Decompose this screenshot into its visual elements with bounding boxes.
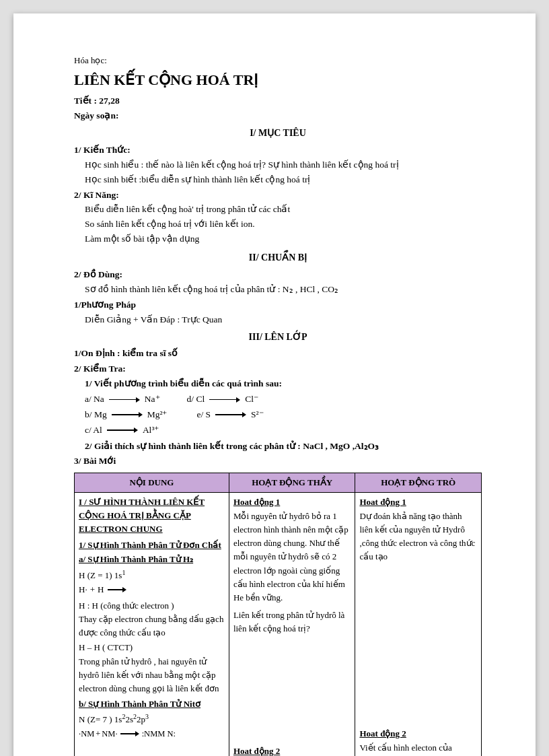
len-lop-heading: III/ LÊN LỚP: [74, 330, 482, 345]
student-hoat-dong-2: Hoat động 2: [359, 727, 477, 741]
content-n-config: N (Z= 7 ) 1s22s22p3: [79, 712, 225, 726]
d-cl: d/ Cl: [187, 392, 205, 407]
chem-row-ad: a/ Na Na⁺ d/ Cl Cl⁻: [85, 392, 482, 407]
content-trong-phan-tu: Trong phân tử hydrô , hai nguyên tử hydr…: [79, 655, 225, 695]
arrow-b: [112, 411, 143, 418]
chem-b: b/ Mg Mg²⁺: [85, 408, 167, 422]
student-hoat-dong-1: Hoat động 1: [359, 495, 477, 509]
kien-thuc-label: 1/ Kiến Thức:: [74, 143, 482, 158]
n-product: :NMM N:: [142, 728, 176, 741]
table-header-teacher: HOẠT ĐỘNG THẦY: [229, 473, 355, 492]
content-main-title: I / SƯ HÌNH THÀNH LIÊN KẾT CỘNG HOÁ TRỊ …: [79, 495, 225, 536]
table-header-student: HOẠT ĐỘNG TRÒ: [355, 473, 482, 492]
teacher-text-2: Liên kết trong phân tử hydrô là liên kết…: [233, 609, 351, 635]
arrow-a: [109, 397, 140, 403]
kien-thuc-2: Học sinh biết :biểu diễn sự hình thành l…: [85, 173, 482, 187]
chem-c: c/ Al Al³⁺: [85, 423, 482, 438]
content-sub-title2: a/ Sự Hình Thành Phân Tử H₂: [79, 553, 225, 566]
h-dot2: H: [98, 583, 104, 596]
arrow-d: [209, 397, 240, 403]
page: Hóa học: LIÊN KẾT CỘNG HOÁ TRỊ Tiết : 27…: [13, 13, 536, 756]
content-thay-cap: Thay cặp electron chung bằng dấu gạch đư…: [79, 613, 225, 640]
content-n-reaction: ·NM + NM· :NMM N:: [79, 728, 225, 741]
arrow-e: [215, 411, 246, 418]
c-al2: Al³⁺: [143, 423, 159, 438]
kien-thuc-1: Học sinh hiểu : thế nào là liên kết cộng…: [85, 158, 482, 172]
ki-nang-3: Làm một số bài tập vận dụng: [85, 232, 482, 246]
teacher-hoat-dong-1: Hoat động 1: [233, 495, 351, 509]
content-h-reaction: H· + H H : H (công thức electron ): [79, 583, 225, 613]
h-formula: H : H (công thức electron ): [79, 599, 174, 613]
page-title: LIÊN KẾT CỘNG HOÁ TRỊ: [74, 69, 482, 92]
content-nito-title: b/ Sự Hình Thành Phân Tử Nitơ: [79, 697, 225, 711]
b-mg2: Mg²⁺: [147, 408, 168, 422]
ki-nang-label: 2/ Kĩ Năng:: [74, 188, 482, 203]
content-h-h: H – H ( CTCT): [79, 641, 225, 654]
phuong-phap-label: 1/Phương Pháp: [74, 298, 482, 312]
ngay-label: Ngày soạn:: [74, 109, 482, 123]
table-header-content: NỘI DUNG: [75, 473, 229, 492]
chem-d: d/ Cl Cl⁻: [187, 392, 258, 407]
h-dot1: H·: [79, 583, 87, 596]
a-na2: Na⁺: [145, 392, 160, 407]
e-s2: S²⁻: [251, 408, 264, 422]
n-dots2: NM·: [102, 728, 117, 741]
tiet-label: Tiết : 27,28: [74, 94, 482, 108]
teacher-hoat-dong-2: Hoat động 2: [233, 745, 351, 756]
content-sub-title1: 1/ Sự Hình Thành Phân Tử Đơn Chất: [79, 539, 225, 552]
n-dots1: ·NM: [79, 728, 94, 741]
chuan-bi-heading: II/ CHUẨN BỊ: [74, 250, 482, 265]
e-s: e/ S: [196, 408, 211, 422]
chem-e: e/ S S²⁻: [196, 408, 263, 422]
c-al: c/ Al: [85, 423, 102, 438]
a-na: a/ Na: [85, 392, 104, 407]
viet-pt-label: 1/ Viết phương trình biểu diễn các quá t…: [85, 377, 482, 391]
bai-moi-label: 3/ Bài Mới: [74, 454, 482, 469]
plus-sign: +: [90, 583, 95, 596]
ki-nang-1: Biểu diễn liên kết cộng hoà' trị trong p…: [85, 203, 482, 217]
plus-n: +: [96, 728, 100, 741]
chem-row-be: b/ Mg Mg²⁺ e/ S S²⁻: [85, 408, 482, 422]
on-dinh-text: 1/On Định : kiểm tra sĩ số: [74, 347, 482, 361]
main-table: NỘI DUNG HOẠT ĐỘNG THẦY HOẠT ĐỘNG TRÒ I …: [74, 473, 482, 756]
muc-tieu-heading: I/ MỤC TIÊU: [74, 126, 482, 141]
phuong-phap-text: Diễn Giảng + Vấn Đáp : Trực Quan: [85, 313, 482, 327]
table-cell-content: I / SƯ HÌNH THÀNH LIÊN KẾT CỘNG HOÁ TRỊ …: [75, 492, 229, 756]
ki-nang-2: So sánh liên kết cộng hoá trị với liên k…: [85, 217, 482, 232]
student-text-1: Dự đoán khả năng tạo thành liên kết của …: [359, 510, 477, 564]
table-cell-teacher: Hoat động 1 Mỗi nguyên tử hydrô bỏ ra 1 …: [229, 492, 355, 756]
chem-a: a/ Na Na⁺: [85, 392, 160, 407]
giai-thich-text: 2/ Giải thích sự hình thành liên kết tro…: [85, 440, 482, 454]
arrow-c: [107, 427, 138, 434]
b-mg: b/ Mg: [85, 408, 107, 422]
do-dung-label: 2/ Đồ Dùng:: [74, 268, 482, 282]
table-cell-student: Hoat động 1 Dự đoán khả năng tạo thành l…: [355, 492, 482, 756]
student-text-2: Viết cấu hình electon của nguyên tử nitơ: [359, 741, 477, 756]
subject-label: Hóa học:: [74, 54, 482, 67]
table-row: I / SƯ HÌNH THÀNH LIÊN KẾT CỘNG HOÁ TRỊ …: [75, 492, 482, 756]
d-cl2: Cl⁻: [245, 392, 258, 407]
kiem-tra-label: 2/ Kiểm Tra:: [74, 362, 482, 376]
do-dung-text: Sơ đồ hình thành liên kết cộng hoá trị c…: [85, 283, 482, 297]
teacher-text-1: Mỗi nguyên tử hydrô bỏ ra 1 electron hìn…: [233, 510, 351, 605]
content-h-config: H (Z = 1) 1s1: [79, 568, 225, 582]
